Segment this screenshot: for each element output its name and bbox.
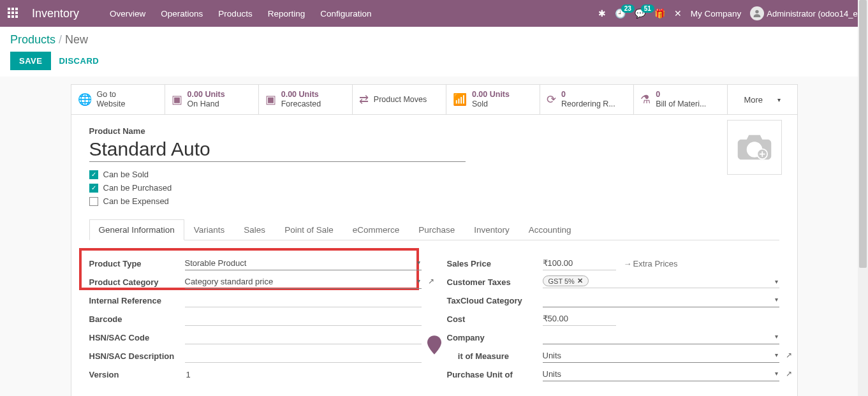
product-type-select[interactable] [185, 256, 422, 270]
svg-point-0 [756, 10, 759, 13]
can-be-sold-checkbox[interactable]: ✓ [89, 170, 98, 179]
menu-products[interactable]: Products [218, 9, 252, 18]
globe-icon: 🌐 [78, 92, 92, 106]
purchase-uom-select[interactable] [543, 367, 779, 381]
stat-sold[interactable]: 📶 0.00 UnitsSold [446, 85, 540, 114]
camera-placeholder-icon [737, 131, 772, 163]
extra-prices-link[interactable]: →Extra Prices [624, 259, 678, 268]
company-switcher[interactable]: My Company [691, 9, 742, 18]
right-column: Sales Price →Extra Prices Customer Taxes… [447, 254, 779, 384]
breadcrumb: Products / New [10, 33, 858, 47]
main-menu: Overview Operations Products Reporting C… [110, 9, 598, 18]
customer-taxes-label: Customer Taxes [447, 277, 543, 287]
remove-tag-icon[interactable]: ✕ [577, 277, 583, 285]
activity-icon[interactable]: 🕘23 [615, 8, 626, 18]
product-name-label: Product Name [89, 126, 779, 136]
breadcrumb-current: New [65, 33, 88, 46]
cost-label: Cost [447, 314, 543, 324]
tax-tag[interactable]: GST 5%✕ [543, 275, 589, 286]
internal-reference-input[interactable] [185, 293, 422, 307]
uom-select[interactable] [543, 349, 779, 363]
discuss-badge: 51 [641, 4, 654, 13]
can-be-purchased-label: Can be Purchased [103, 183, 172, 193]
refresh-icon: ⟳ [547, 92, 556, 106]
tab-sales[interactable]: Sales [234, 219, 275, 240]
arrow-right-icon: → [624, 259, 632, 268]
menu-reporting[interactable]: Reporting [268, 9, 305, 18]
cost-input[interactable] [543, 312, 616, 326]
barcode-label: Barcode [89, 314, 185, 324]
stat-button-box: 🌐 Go toWebsite ▣ 0.00 UnitsOn Hand ▣ 0.0… [71, 85, 797, 115]
stat-onhand[interactable]: ▣ 0.00 UnitsOn Hand [165, 85, 259, 114]
product-type-label: Product Type [89, 259, 185, 268]
product-category-select[interactable] [185, 275, 422, 289]
stat-more[interactable]: More ▾ [728, 85, 797, 114]
breadcrumb-products[interactable]: Products [10, 33, 55, 46]
stat-website[interactable]: 🌐 Go toWebsite [71, 85, 165, 114]
cubes-icon: ▣ [172, 92, 182, 106]
left-column: Product Type ▾ Product Category ▾ ↗ [89, 254, 422, 384]
chevron-down-icon: ▾ [777, 96, 781, 103]
tab-ecommerce[interactable]: eCommerce [343, 219, 409, 240]
stat-bom[interactable]: ⚗ 0Bill of Materi... [634, 85, 728, 114]
external-link-icon[interactable]: ↗ [786, 369, 792, 378]
can-be-purchased-checkbox[interactable]: ✓ [89, 184, 98, 193]
stat-reorder[interactable]: ⟳ 0Reordering R... [540, 85, 634, 114]
exchange-icon: ⇄ [359, 92, 369, 106]
cubes-icon: ▣ [265, 92, 276, 106]
tab-point-of-sale[interactable]: Point of Sale [275, 219, 343, 240]
activity-badge: 23 [621, 4, 635, 13]
chevron-down-icon: ▾ [775, 278, 778, 285]
app-brand[interactable]: Inventory [32, 7, 79, 20]
internal-reference-label: Internal Reference [89, 296, 185, 305]
version-value: 1 [185, 370, 422, 379]
purchase-uom-label: Purchase Unit of [447, 370, 543, 379]
tab-accounting[interactable]: Accounting [519, 219, 581, 240]
barcode-input[interactable] [185, 312, 422, 326]
discard-button[interactable]: DISCARD [59, 56, 99, 66]
discuss-icon[interactable]: 💬51 [635, 8, 645, 18]
gift-icon[interactable]: 🎁 [654, 8, 665, 18]
hsn-desc-label: HSN/SAC Description [89, 351, 185, 361]
hsn-desc-input[interactable] [185, 349, 422, 363]
product-name-input[interactable] [89, 137, 466, 162]
taxcloud-label: TaxCloud Category [447, 296, 543, 305]
external-link-icon[interactable]: ↗ [786, 351, 792, 360]
signal-icon: 📶 [453, 92, 467, 106]
sales-price-input[interactable] [543, 256, 616, 270]
menu-overview[interactable]: Overview [110, 9, 145, 18]
menu-configuration[interactable]: Configuration [320, 9, 371, 18]
apps-icon[interactable] [8, 8, 19, 19]
sales-price-label: Sales Price [447, 259, 543, 268]
scrollbar-thumb[interactable] [859, 0, 867, 268]
company-select[interactable] [543, 330, 779, 344]
user-menu[interactable]: Administrator (odoo14_e) [750, 6, 860, 20]
stat-forecast[interactable]: ▣ 0.00 UnitsForecasted [259, 85, 353, 114]
debug-icon[interactable]: ✱ [598, 8, 606, 18]
vertical-scrollbar[interactable] [858, 0, 868, 396]
can-be-expensed-checkbox[interactable] [89, 197, 98, 206]
product-category-label: Product Category [89, 277, 185, 287]
taxcloud-select[interactable] [543, 293, 779, 307]
tools-icon[interactable]: ✕ [674, 8, 682, 18]
hsn-code-input[interactable] [185, 330, 422, 344]
tab-inventory[interactable]: Inventory [464, 219, 519, 240]
tab-variants[interactable]: Variants [184, 219, 235, 240]
avatar-icon [750, 6, 764, 20]
can-be-sold-label: Can be Sold [103, 170, 149, 179]
tab-general-information[interactable]: General Information [89, 219, 184, 240]
external-link-icon[interactable]: ↗ [428, 277, 434, 286]
menu-operations[interactable]: Operations [161, 9, 203, 18]
product-image-upload[interactable] [727, 120, 782, 175]
tab-purchase[interactable]: Purchase [409, 219, 464, 240]
company-label: Company [447, 333, 543, 342]
hsn-code-label: HSN/SAC Code [89, 333, 185, 342]
save-button[interactable]: SAVE [10, 52, 51, 70]
control-panel: Products / New SAVE DISCARD [0, 27, 868, 77]
can-be-expensed-label: Can be Expensed [103, 196, 169, 206]
form-sheet: 🌐 Go toWebsite ▣ 0.00 UnitsOn Hand ▣ 0.0… [71, 84, 798, 396]
flask-icon: ⚗ [640, 92, 651, 106]
stat-moves[interactable]: ⇄ Product Moves [353, 85, 446, 114]
notebook-tabs: General Information Variants Sales Point… [89, 219, 779, 240]
uom-label: Unit of Measure [447, 351, 543, 361]
